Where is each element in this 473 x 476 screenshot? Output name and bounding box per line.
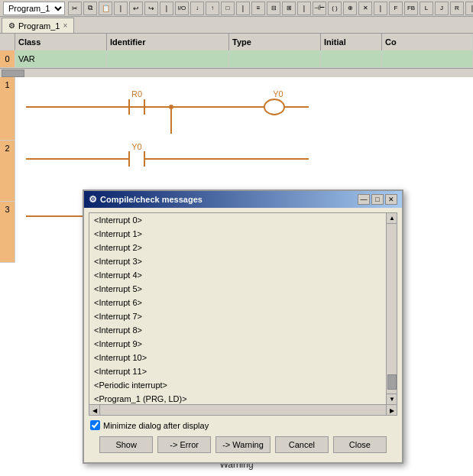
jump-icon[interactable]: J	[435, 2, 449, 15]
msg-7[interactable]: <Interrupt 7>	[89, 309, 386, 323]
var-cell-initial[interactable]	[321, 50, 382, 67]
dialog-content: <Interrupt 0> <Interrupt 1> <Interrupt 2…	[84, 208, 402, 462]
col-class-header: Class	[15, 34, 107, 50]
tab-close-btn[interactable]: ×	[63, 21, 67, 30]
io-icon[interactable]: I/O	[175, 2, 189, 15]
redo-icon[interactable]: ↪	[144, 2, 158, 15]
tab-icon: ⚙	[8, 21, 15, 30]
iod-icon[interactable]: ↓	[190, 2, 204, 15]
cancel-button[interactable]: Cancel	[275, 436, 329, 453]
var-cell-identifier[interactable]	[107, 50, 229, 67]
fb-icon[interactable]: FB	[404, 2, 418, 15]
rung-num-1: 1	[0, 77, 15, 141]
msg-3[interactable]: <Interrupt 3>	[89, 254, 386, 268]
separator6: |	[465, 2, 473, 15]
msg-6[interactable]: <Interrupt 6>	[89, 296, 386, 309]
vscroll-up-btn[interactable]: ▲	[387, 213, 397, 224]
warning-button[interactable]: -> Warning	[215, 436, 271, 453]
hscrollbar-thumb[interactable]	[2, 70, 24, 77]
network-icon[interactable]: ⊕	[343, 2, 357, 15]
col-num-header	[0, 34, 15, 50]
var-row-num: 0	[0, 50, 15, 68]
dialog-icon: ⚙	[89, 194, 97, 205]
minimize-checkbox[interactable]	[90, 420, 100, 430]
msg-2[interactable]: <Interrupt 2>	[89, 241, 386, 254]
var-cell-class[interactable]: VAR	[15, 50, 107, 67]
format2-icon[interactable]: ⊟	[267, 2, 280, 15]
ladder-diagram-1: R0 Y0	[18, 80, 462, 138]
copy-icon[interactable]: ⧉	[83, 2, 97, 15]
vscroll-track	[387, 224, 397, 393]
svg-text:Y0: Y0	[131, 144, 141, 151]
minimize-btn[interactable]: —	[358, 194, 370, 205]
var-table-hscrollbar[interactable]	[0, 68, 473, 77]
program-tab[interactable]: ⚙ Program_1 ×	[2, 18, 74, 33]
separator: |	[114, 2, 128, 15]
contact-icon[interactable]: ⊣⊢	[313, 2, 326, 15]
rung-canvas-1[interactable]: R0 Y0	[15, 77, 473, 141]
hscroll-right-btn[interactable]: ▶	[386, 405, 397, 416]
paste-icon[interactable]: 📋	[99, 2, 112, 15]
msg-1[interactable]: <Interrupt 1>	[89, 227, 386, 241]
checkbox-row: Minimize dialog after display	[89, 416, 397, 433]
hscrollbar-row[interactable]: ◀ ▶	[89, 405, 397, 416]
iou-icon[interactable]: ↑	[206, 2, 219, 15]
msg-11[interactable]: <Interrupt 11>	[89, 364, 386, 378]
var-cell-type[interactable]	[229, 50, 321, 67]
msg-program-prg[interactable]: <Program_1 (PRG, LD)>	[89, 392, 386, 404]
msg-9[interactable]: <Interrupt 9>	[89, 337, 386, 351]
msg-10[interactable]: <Interrupt 10>	[89, 351, 386, 364]
format3-icon[interactable]: ⊞	[282, 2, 296, 15]
col-type-header: Type	[229, 34, 321, 50]
error-button[interactable]: -> Error	[157, 436, 211, 453]
msg-8[interactable]: <Interrupt 8>	[89, 323, 386, 337]
svg-text:R0: R0	[131, 89, 142, 99]
button-row: Show -> Error -> Warning Cancel Close	[89, 433, 397, 458]
rung-num-3: 3	[0, 202, 15, 263]
format1-icon[interactable]: ≡	[251, 2, 265, 15]
var-row-data: VAR	[15, 50, 473, 68]
rung-num-2: 2	[0, 141, 15, 202]
msg-0[interactable]: <Interrupt 0>	[89, 213, 386, 227]
tab-bar: ⚙ Program_1 ×	[0, 17, 473, 34]
var-table-row-0[interactable]: 0 VAR	[0, 50, 473, 68]
dialog-title-area: ⚙ Compile/check messages	[89, 194, 202, 205]
return-icon[interactable]: R	[450, 2, 464, 15]
main-toolbar: Program_1 ✂ ⧉ 📋 | ↩ ↪ | I/O ↓ ↑ □ | ≡ ⊟ …	[0, 0, 473, 17]
col-comment-header: Co	[382, 34, 473, 50]
main-window: Program_1 ✂ ⧉ 📋 | ↩ ↪ | I/O ↓ ↑ □ | ≡ ⊟ …	[0, 0, 473, 476]
hscroll-area[interactable]	[100, 405, 386, 415]
undo-icon[interactable]: ↩	[129, 2, 143, 15]
program-select[interactable]: Program_1	[3, 2, 65, 15]
minimize-checkbox-label[interactable]: Minimize dialog after display	[103, 421, 209, 430]
message-list-scrollable[interactable]: <Interrupt 0> <Interrupt 1> <Interrupt 2…	[89, 213, 386, 404]
func-icon[interactable]: F	[389, 2, 403, 15]
vscroll-thumb[interactable]	[387, 374, 397, 390]
vscroll-down-btn[interactable]: ▼	[387, 393, 397, 404]
msg-periodic[interactable]: <Periodic interrupt>	[89, 378, 386, 392]
compile-dialog: ⚙ Compile/check messages — □ ✕ <Interrup…	[83, 189, 403, 464]
ladder-rung-1: 1 R0	[0, 77, 473, 141]
label-icon[interactable]: L	[420, 2, 433, 15]
tab-label: Program_1	[18, 21, 60, 31]
coil-icon[interactable]: ( )	[328, 2, 342, 15]
close-btn[interactable]: ✕	[385, 194, 397, 205]
dialog-title: Compile/check messages	[100, 195, 202, 204]
maximize-btn[interactable]: □	[371, 194, 384, 205]
message-list-inner: <Interrupt 0> <Interrupt 1> <Interrupt 2…	[89, 213, 386, 404]
delete-icon[interactable]: ✕	[358, 2, 372, 15]
cut-icon[interactable]: ✂	[68, 2, 82, 15]
dialog-controls: — □ ✕	[358, 194, 397, 205]
close-dialog-button[interactable]: Close	[333, 436, 387, 453]
svg-point-11	[264, 99, 284, 115]
hscroll-left-btn[interactable]: ◀	[89, 405, 100, 416]
var-table-header: Class Identifier Type Initial Co	[0, 34, 473, 50]
separator2: |	[160, 2, 173, 15]
vscrollbar[interactable]: ▲ ▼	[386, 213, 397, 404]
msg-5[interactable]: <Interrupt 5>	[89, 282, 386, 296]
svg-text:Y0: Y0	[273, 89, 283, 99]
var-cell-comment[interactable]	[382, 50, 473, 67]
placeholder-icon[interactable]: □	[221, 2, 235, 15]
show-button[interactable]: Show	[99, 436, 153, 453]
msg-4[interactable]: <Interrupt 4>	[89, 268, 386, 282]
